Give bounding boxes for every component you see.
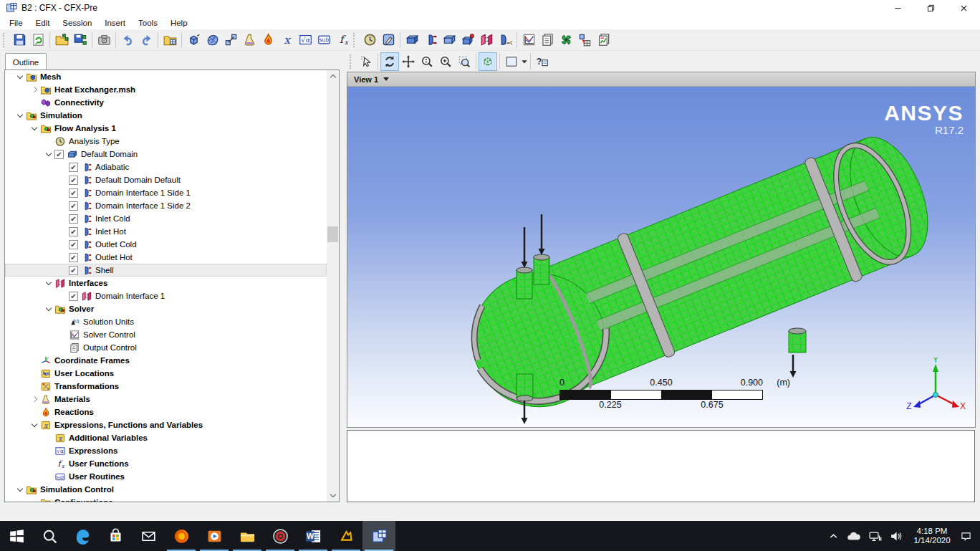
network-icon[interactable]	[868, 531, 882, 542]
source-point-button[interactable]	[458, 31, 477, 49]
additional-variable-button[interactable]: x	[277, 31, 296, 49]
tree-item[interactable]: Analysis Type	[5, 135, 327, 148]
tree-item[interactable]: xAdditional Variables	[5, 431, 327, 444]
tree-item[interactable]: ✔Inlet Hot	[5, 225, 327, 238]
zoom-box-button[interactable]	[436, 52, 455, 71]
undo-button[interactable]	[118, 31, 137, 49]
expander-icon[interactable]	[15, 72, 26, 82]
tree-item[interactable]: √αExpressions	[5, 444, 327, 457]
item-checkbox[interactable]: ✔	[69, 227, 78, 236]
tree-item[interactable]: kgSolution Units	[5, 315, 327, 328]
taskbar-explorer[interactable]	[231, 521, 264, 551]
taskbar-cfx[interactable]	[362, 521, 395, 551]
item-checkbox[interactable]: ✔	[69, 201, 78, 211]
solver-control-button[interactable]	[519, 31, 538, 49]
viewport-canvas[interactable]: ANSYS R17.2 0 0.450 0.900 (m) 0.225 0.67…	[347, 87, 975, 427]
expander-icon[interactable]	[44, 278, 54, 289]
global-init-button[interactable]	[379, 31, 398, 49]
menu-file[interactable]: File	[3, 19, 29, 27]
taskbar-clock[interactable]: 4:18 PM 1/14/2020	[911, 527, 953, 546]
taskbar-store[interactable]	[99, 521, 132, 551]
taskbar-mail[interactable]	[132, 521, 165, 551]
tree-item[interactable]: ✔Domain Interface 1 Side 2	[5, 199, 327, 212]
menu-session[interactable]: Session	[56, 19, 98, 27]
tree-item[interactable]: Solver Control	[5, 328, 327, 341]
tree-item[interactable]: Configurations	[5, 496, 327, 502]
init-time-button[interactable]: t=0	[496, 31, 514, 49]
subdomain-button[interactable]	[440, 31, 458, 49]
menu-tools[interactable]: Tools	[132, 19, 164, 27]
rotate-button[interactable]	[380, 52, 399, 71]
snapshot-button[interactable]	[95, 31, 113, 49]
open-case-button[interactable]	[52, 31, 71, 49]
pan-button[interactable]	[399, 52, 418, 71]
expander-icon[interactable]	[29, 85, 40, 95]
tree-item[interactable]: ✔Domain Interface 1 Side 1	[5, 186, 327, 199]
expander-icon[interactable]	[15, 484, 26, 495]
tree-item[interactable]: ✔Default Domain Default	[5, 173, 327, 186]
select-button[interactable]	[357, 52, 375, 71]
user-routines-button[interactable]: sub	[314, 31, 333, 49]
scroll-up-icon[interactable]	[327, 70, 339, 82]
boundary-button[interactable]	[421, 31, 440, 49]
viewport-layout-button[interactable]	[502, 52, 521, 71]
tree-item[interactable]: xExpressions, Functions and Variables	[5, 418, 327, 431]
tree-item[interactable]: Mesh	[5, 70, 327, 83]
expander-icon[interactable]	[29, 123, 40, 134]
action-center-icon[interactable]	[961, 531, 971, 542]
expander-icon[interactable]	[15, 110, 26, 121]
item-checkbox[interactable]: ✔	[69, 188, 78, 198]
tree-item[interactable]: Simulation Control	[5, 483, 327, 496]
close-button[interactable]	[947, 0, 980, 16]
analysis-clock-button[interactable]	[360, 31, 379, 49]
domain-button[interactable]	[403, 31, 421, 49]
config-grid-button[interactable]	[575, 31, 594, 49]
taskbar-start[interactable]	[0, 521, 33, 551]
tree-item[interactable]: ✔Outlet Cold	[5, 238, 327, 251]
tree-item[interactable]: Transformations	[5, 380, 327, 393]
tree-item[interactable]: ✔Domain Interface 1	[5, 289, 327, 302]
tree-item[interactable]: Solver	[5, 302, 327, 315]
save-case-button[interactable]	[71, 31, 90, 49]
tree-item[interactable]: Simulation	[5, 109, 327, 122]
primitive-button[interactable]	[184, 31, 203, 49]
menu-edit[interactable]: Edit	[29, 19, 57, 27]
tree-item[interactable]: Materials	[5, 393, 327, 406]
reactions-button[interactable]	[259, 31, 277, 49]
onedrive-icon[interactable]	[846, 531, 861, 542]
taskbar-movies[interactable]	[198, 521, 231, 551]
expander-icon[interactable]	[44, 304, 54, 315]
expander-icon[interactable]	[44, 149, 54, 160]
menu-help[interactable]: Help	[164, 19, 194, 27]
view-tab[interactable]: View 1	[347, 72, 975, 87]
materials-button[interactable]	[240, 31, 259, 49]
tree-item[interactable]: ✔Inlet Cold	[5, 212, 327, 225]
volume-icon[interactable]	[890, 531, 903, 542]
minimize-button[interactable]	[881, 0, 914, 16]
expressions-button[interactable]: √α	[296, 31, 314, 49]
taskbar-edge[interactable]	[66, 521, 99, 551]
adapt-button[interactable]	[221, 31, 240, 49]
taskbar-search[interactable]	[33, 521, 66, 551]
view-dropdown-icon[interactable]	[383, 77, 389, 81]
tree-item[interactable]: User Locations	[5, 367, 327, 380]
tree-item[interactable]: Flow Analysis 1	[5, 122, 327, 135]
restore-button[interactable]	[914, 0, 947, 16]
taskbar-word[interactable]: W	[297, 521, 330, 551]
tree-item[interactable]: ✔Outlet Hot	[5, 251, 327, 264]
taskbar-ansys[interactable]	[330, 521, 362, 551]
item-checkbox[interactable]: ✔	[69, 176, 78, 185]
viewport-layout-dropdown-icon[interactable]	[521, 52, 528, 71]
tree-item[interactable]: subUser Routines	[5, 470, 327, 483]
item-checkbox[interactable]: ✔	[69, 292, 78, 301]
item-checkbox[interactable]: ✔	[69, 163, 78, 172]
interface-button[interactable]	[477, 31, 496, 49]
scroll-down-icon[interactable]	[327, 489, 339, 502]
tree-item[interactable]: Coordinate Frames	[5, 354, 327, 367]
tree-item[interactable]: Output Control	[5, 341, 327, 354]
tray-expand-icon[interactable]	[828, 531, 839, 542]
zoom-fit-button[interactable]	[455, 52, 474, 71]
tree-item[interactable]: ✔Adiabatic	[5, 160, 327, 173]
morph-button[interactable]	[203, 31, 221, 49]
item-checkbox[interactable]: ✔	[69, 214, 78, 224]
